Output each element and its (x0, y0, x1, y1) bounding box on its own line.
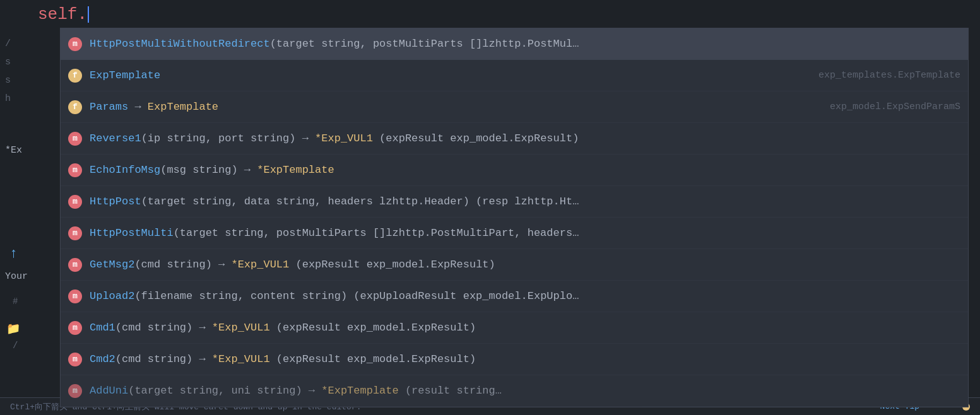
left-panel-item-s1: s (0, 53, 60, 71)
autocomplete-dropdown: m HttpPostMultiWithoutRedirect(target st… (60, 28, 969, 407)
method-icon-7: m (68, 258, 82, 272)
item-signature-10: Cmd2(cmd string) → *Exp_VUL1 (expResult … (90, 353, 960, 365)
slash-label: / (13, 341, 18, 351)
left-panel-item-h: h (0, 90, 60, 108)
item-signature-3: Reverse1(ip string, port string) → *Exp_… (90, 132, 960, 144)
autocomplete-item-3[interactable]: m Reverse1(ip string, port string) → *Ex… (61, 123, 968, 155)
method-icon-8: m (68, 289, 82, 303)
method-icon-5: m (68, 195, 82, 209)
autocomplete-item-8[interactable]: m Upload2(filename string, content strin… (61, 281, 968, 312)
method-icon-9: m (68, 321, 82, 335)
autocomplete-item-0[interactable]: m HttpPostMultiWithoutRedirect(target st… (61, 28, 968, 60)
autocomplete-item-6[interactable]: m HttpPostMulti(target string, postMulti… (61, 218, 968, 249)
item-meta-2: exp_model.ExpSendParamS (830, 102, 960, 112)
item-signature-7: GetMsg2(cmd string) → *Exp_VUL1 (expResu… (90, 259, 960, 271)
item-signature-0: HttpPostMultiWithoutRedirect(target stri… (90, 38, 960, 50)
autocomplete-item-7[interactable]: m GetMsg2(cmd string) → *Exp_VUL1 (expRe… (61, 249, 968, 281)
left-panel-item-slash: / (0, 35, 60, 53)
left-panel-item-s2: s (0, 71, 60, 90)
item-signature-1: ExpTemplate (90, 69, 806, 81)
item-meta-1: exp_templates.ExpTemplate (818, 70, 960, 81)
method-icon-0: m (68, 37, 82, 51)
code-self-keyword: self. (38, 5, 87, 24)
autocomplete-item-2[interactable]: f Params → ExpTemplate exp_model.ExpSend… (61, 91, 968, 123)
method-icon-11: m (68, 384, 82, 398)
autocomplete-item-5[interactable]: m HttpPost(target string, data string, h… (61, 186, 968, 218)
top-code-line: self. (0, 0, 980, 29)
autocomplete-item-1[interactable]: f ExpTemplate exp_templates.ExpTemplate (61, 60, 968, 91)
item-signature-11: AddUni(target string, uni string) → *Exp… (90, 385, 960, 397)
item-signature-5: HttpPost(target string, data string, hea… (90, 196, 960, 208)
item-signature-8: Upload2(filename string, content string)… (90, 290, 960, 302)
hash-label: # (13, 296, 18, 307)
item-signature-6: HttpPostMulti(target string, postMultiPa… (90, 227, 960, 239)
folder-icon: 📁 (6, 322, 20, 336)
method-icon-3: m (68, 132, 82, 146)
autocomplete-item-9[interactable]: m Cmd1(cmd string) → *Exp_VUL1 (expResul… (61, 312, 968, 344)
field-icon-2: f (68, 100, 82, 114)
your-label: Your (5, 271, 28, 282)
item-signature-4: EchoInfoMsg(msg string) → *ExpTemplate (90, 164, 960, 176)
autocomplete-item-11[interactable]: m AddUni(target string, uni string) → *E… (61, 375, 968, 407)
autocomplete-item-4[interactable]: m EchoInfoMsg(msg string) → *ExpTemplate (61, 155, 968, 186)
upload-icon: ↑ (9, 246, 18, 262)
field-icon-1: f (68, 69, 82, 83)
cursor (88, 6, 89, 23)
autocomplete-item-10[interactable]: m Cmd2(cmd string) → *Exp_VUL1 (expResul… (61, 344, 968, 375)
method-icon-10: m (68, 353, 82, 366)
method-icon-4: m (68, 163, 82, 177)
item-signature-2: Params → ExpTemplate (90, 101, 817, 113)
left-panel: / s s h (0, 35, 60, 397)
method-icon-6: m (68, 226, 82, 240)
exp-label: *Ex (5, 145, 22, 156)
item-signature-9: Cmd1(cmd string) → *Exp_VUL1 (expResult … (90, 322, 960, 334)
